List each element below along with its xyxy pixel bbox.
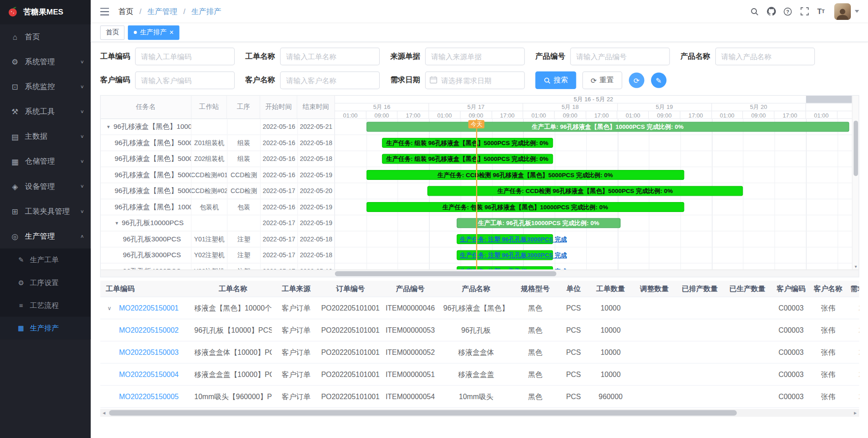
font-size-icon[interactable]: TT	[813, 4, 829, 19]
gantt-bar-task[interactable]: 生产任务: 注塑 96孔孔板3000PCS 完成	[457, 234, 553, 244]
gantt-process: CCD检测	[227, 183, 260, 198]
work-order-link[interactable]: MO202205150001	[119, 304, 179, 312]
sidebar-item-monitor[interactable]: ⊡系统监控∨	[0, 74, 91, 99]
work-order-name-input[interactable]	[280, 47, 380, 65]
cell-customer-code: C00003	[771, 304, 811, 312]
gantt-vertical-scrollbar[interactable]: ▼	[852, 96, 859, 269]
help-icon[interactable]: ?	[780, 4, 795, 19]
gantt-task-name: ▼96孔移液盒【黑色】10000PCS	[101, 119, 192, 134]
gantt-grid-row[interactable]: 96孔移液盒【黑色】10000PCS包装机包装2022-05-162022-05…	[101, 199, 335, 216]
breadcrumb-home[interactable]: 首页	[118, 7, 133, 15]
gantt-bar-work-order[interactable]: 生产工单: 96孔移液盒【黑色】10000PCS 完成比例: 0%	[366, 122, 849, 132]
work-order-link[interactable]: MO202205150005	[119, 392, 179, 400]
source-doc-input[interactable]	[425, 47, 524, 65]
chevron-down-icon: ∨	[80, 159, 84, 164]
cell-product-no: ITEM00000051	[380, 370, 440, 378]
gantt-bar-task[interactable]: 生产任务: 组装 96孔移液盒【黑色】5000PCS 完成比例: 0%	[382, 138, 553, 148]
fullscreen-icon[interactable]	[797, 4, 812, 19]
work-order-link[interactable]: MO202205150002	[119, 326, 179, 334]
search-icon[interactable]	[747, 4, 762, 19]
cell-customer-name: 张伟	[811, 325, 845, 335]
filter-customer-code: 客户编码	[100, 71, 235, 89]
scroll-left-icon[interactable]: ◄	[100, 409, 108, 417]
gantt-bar-task[interactable]: 生产任务: 注塑 96孔孔板4000PCS 完成	[457, 266, 553, 269]
scrollbar-thumb[interactable]	[854, 121, 858, 176]
gantt-bar-work-order[interactable]: 生产工单: 96孔孔板10000PCS 完成比例: 0%	[457, 218, 621, 228]
sidebar-item-master-data[interactable]: ▤主数据∨	[0, 124, 91, 149]
github-icon[interactable]	[764, 4, 779, 19]
work-order-code-input[interactable]	[135, 47, 235, 65]
sidebar-item-label: 系统管理	[25, 57, 55, 67]
gantt-grid-row[interactable]: 96孔移液盒【黑色】5000PCSZ01组装机组装2022-05-162022-…	[101, 135, 335, 151]
table-row[interactable]: MO202205150004移液盒盒盖【10000】PCS客户订单PO20220…	[100, 363, 859, 386]
gantt-grid-row[interactable]: 96孔移液盒【黑色】5000PCSZ02组装机组装2022-05-162022-…	[101, 151, 335, 167]
gantt-grid-row[interactable]: 96孔孔板4000PCSY03注塑机注塑2022-05-172022-05-18	[101, 264, 335, 269]
product-name-input[interactable]	[715, 47, 815, 65]
table-row[interactable]: MO20220515000296孔孔板【10000】PCS客户订单PO20220…	[100, 320, 859, 342]
collapse-sidebar-icon[interactable]	[99, 5, 111, 18]
demand-date-input[interactable]	[425, 71, 524, 89]
gantt-grid-body: ▼96孔移液盒【黑色】10000PCS2022-05-162022-05-219…	[101, 119, 335, 269]
sidebar-item-scheduling[interactable]: ▦生产排产	[0, 316, 91, 339]
edit-icon: ✎	[17, 256, 26, 264]
table-row[interactable]: MO20220515000510mm吸头【960000】PCS客户订单PO202…	[100, 386, 859, 408]
sidebar-item-system[interactable]: ⚙系统管理∨	[0, 49, 91, 74]
close-icon[interactable]: ×	[170, 29, 174, 36]
sidebar-item-home[interactable]: ⌂首页	[0, 24, 91, 49]
product-no-input[interactable]	[570, 47, 670, 65]
scroll-right-icon[interactable]: ►	[851, 409, 859, 417]
gantt-bar-task[interactable]: 生产任务: 注塑 96孔孔板3000PCS 完成	[457, 250, 553, 260]
table-horizontal-scrollbar[interactable]: ◄ ►	[100, 409, 859, 417]
timeline-hour-label: 09:00	[555, 111, 586, 118]
cell-qty: 960000	[589, 392, 633, 400]
sidebar-item-production[interactable]: ◎生产管理∧	[0, 224, 91, 249]
gantt-grid-row[interactable]: ▼96孔移液盒【黑色】10000PCS2022-05-162022-05-21	[101, 119, 335, 135]
sidebar-item-process-flow[interactable]: ≡工艺流程	[0, 294, 91, 316]
gantt-grid-row[interactable]: 96孔移液盒【黑色】5000PCSCCD检测#02CCD检测2022-05-17…	[101, 183, 335, 199]
refresh-icon: ⟳	[591, 76, 597, 84]
gantt-horizontal-scrollbar[interactable]	[101, 269, 859, 277]
gantt-grid-row[interactable]: ▼96孔孔板10000PCS2022-05-172022-05-19	[101, 215, 335, 231]
gantt-grid-row[interactable]: 96孔孔板3000PCSY01注塑机注塑2022-05-172022-05-18	[101, 231, 335, 248]
gantt-bar-task[interactable]: 生产任务: CCD检测 96孔移液盒【黑色】5000PCS 完成比例: 0%	[427, 186, 743, 196]
customer-code-input[interactable]	[135, 71, 235, 89]
chevron-down-icon[interactable]	[855, 10, 859, 13]
scrollbar-thumb[interactable]	[109, 410, 737, 415]
tab-scheduling[interactable]: 生产排产 ×	[128, 25, 179, 40]
table-row[interactable]: MO202205150003移液盒盒体【10000】PCS客户订单PO20220…	[100, 342, 859, 364]
tab-home[interactable]: 首页	[100, 25, 125, 40]
sidebar-item-work-order[interactable]: ✎生产工单	[0, 249, 91, 271]
customer-name-input[interactable]	[280, 71, 380, 89]
reset-button[interactable]: ⟳ 重置	[582, 71, 622, 89]
column-header: 工单来源	[272, 284, 321, 294]
search-button[interactable]: 搜索	[535, 71, 576, 89]
sidebar-item-fixture[interactable]: ⊞工装夹具管理∨	[0, 199, 91, 224]
gantt-grid-row[interactable]: 96孔孔板3000PCSY02注塑机注塑2022-05-172022-05-18	[101, 247, 335, 264]
gantt-bar-task[interactable]: 生产任务: CCD检测 96孔移液盒【黑色】5000PCS 完成比例: 0%	[366, 170, 684, 180]
sidebar-item-warehouse[interactable]: ▦仓储管理∨	[0, 149, 91, 174]
sidebar-item-equipment[interactable]: ◈设备管理∨	[0, 174, 91, 198]
gantt-bar-task[interactable]: 生产任务: 包装 96孔移液盒【黑色】10000PCS 完成比例: 0%	[366, 202, 684, 212]
cell-spec: 黑色	[512, 303, 559, 313]
table-row[interactable]: ∨MO202205150001移液盒【黑色】10000个客户订单PO202205…	[100, 297, 859, 320]
scrollbar-thumb[interactable]	[335, 271, 557, 276]
sidebar-item-label: 设备管理	[25, 181, 55, 191]
work-order-link[interactable]: MO202205150003	[119, 348, 179, 356]
user-avatar[interactable]	[834, 3, 851, 20]
gantt-grid-row[interactable]: 96孔移液盒【黑色】5000PCSCCD检测#01CCD检测2022-05-16…	[101, 167, 335, 184]
tree-expand-icon[interactable]: ▼	[114, 221, 119, 226]
cell-code: MO202205150005	[100, 392, 194, 400]
row-expand-icon[interactable]: ∨	[108, 305, 112, 311]
gantt-timeline: 5月 16 - 5月 22 5月 165月 175月 185月 195月 20 …	[335, 96, 852, 269]
edit-gantt-button[interactable]: ✎	[651, 72, 666, 88]
breadcrumb-scheduling[interactable]: 生产排产	[191, 7, 221, 15]
tree-expand-icon[interactable]: ▼	[106, 124, 111, 129]
sidebar-item-process-settings[interactable]: ⚙工序设置	[0, 271, 91, 294]
work-order-link[interactable]: MO202205150004	[119, 370, 179, 378]
breadcrumb-production[interactable]: 生产管理	[147, 7, 177, 15]
scroll-down-icon[interactable]: ▼	[853, 264, 859, 268]
refresh-gantt-button[interactable]: ⟳	[629, 72, 644, 88]
table-header-row: 工单编码工单名称工单来源订单编号产品编号产品名称规格型号单位工单数量调整数量已排…	[100, 281, 859, 297]
gantt-bar-task[interactable]: 生产任务: 组装 96孔移液盒【黑色】5000PCS 完成比例: 0%	[382, 154, 553, 164]
sidebar-item-tools[interactable]: ⚒系统工具∨	[0, 99, 91, 124]
